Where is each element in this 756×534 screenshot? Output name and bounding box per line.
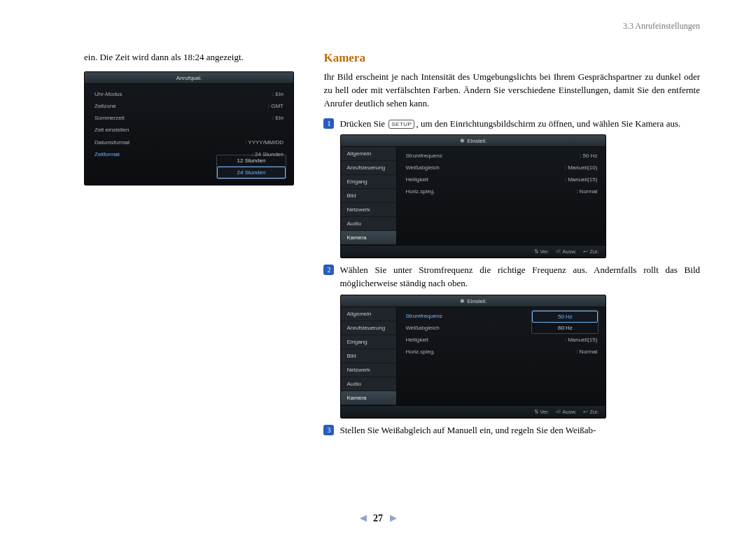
- foot-ver: ⇅Ver.: [534, 248, 550, 255]
- content-row: Horiz.spieg.: Normal: [404, 346, 598, 358]
- sidebar-item: Allgemein: [341, 307, 396, 321]
- sidebar: Allgemein Anrufsteuerung Eingang Bild Ne…: [341, 147, 397, 245]
- step-2: 2 Wählen Sie unter Stromfrequenz die ric…: [323, 264, 700, 290]
- sidebar-item: Audio: [341, 217, 396, 231]
- footer-bar: ⇅Ver. ⏎Ausw. ↩Zur.: [341, 405, 606, 418]
- right-column: Kamera Ihr Bild erscheint je nach Intens…: [323, 51, 700, 440]
- foot-ver: ⇅Ver.: [534, 409, 550, 415]
- section-title-kamera: Kamera: [323, 51, 700, 65]
- kamera-intro: Ihr Bild erscheint je nach Intensität de…: [323, 71, 700, 111]
- screenshot1-title: Anrufqual.: [85, 72, 293, 84]
- option-60hz: 60 Hz: [532, 323, 598, 333]
- sidebar-item: Anrufsteuerung: [341, 321, 396, 335]
- sidebar-item: Bild: [341, 349, 396, 363]
- content-row: Stromfrequenz: 50 Hz: [404, 150, 598, 162]
- back-icon: ↩: [583, 409, 588, 415]
- content-pane: Stromfrequenz: 50 Hz Weißabgleich: Manue…: [397, 147, 606, 245]
- setting-row: Uhr-Modus: Ein: [92, 88, 286, 100]
- step-1: 1 Drücken Sie SETUP, um den Einrichtungs…: [323, 118, 700, 131]
- sidebar-item: Bild: [341, 189, 396, 203]
- page-number: 27: [373, 513, 383, 524]
- setting-row: Datumsformat: YYYY/MM/DD: [92, 136, 286, 148]
- foot-ausw: ⏎Ausw.: [556, 409, 576, 415]
- screenshot-timeformat: Anrufqual. Uhr-Modus: Ein Zeitzone: GMT …: [84, 71, 294, 185]
- sidebar-item: Audio: [341, 377, 396, 391]
- updown-icon: ⇅: [534, 248, 539, 255]
- sidebar-item: Eingang: [341, 335, 396, 349]
- sidebar: Allgemein Anrufsteuerung Eingang Bild Ne…: [341, 307, 397, 405]
- setting-row: Sommerzeit: Ein: [92, 112, 286, 124]
- left-column: ein. Die Zeit wird dann als 18:24 angeze…: [84, 51, 295, 440]
- enter-icon: ⏎: [556, 409, 561, 415]
- step1-text: Drücken Sie SETUP, um den Einrichtungsbi…: [340, 118, 680, 131]
- next-page-arrow[interactable]: ▶: [386, 512, 401, 523]
- back-icon: ↩: [583, 248, 588, 255]
- screenshot-kamera-settings: ✺Einstell. Allgemein Anrufsteuerung Eing…: [340, 134, 606, 258]
- content-row: Weißabgleich: Manuell(10): [404, 162, 598, 174]
- content-pane: Stromfrequenz Weißabgleich Helligkeit: M…: [397, 307, 606, 405]
- step3-text: Stellen Sie Weißabgleich auf Manuell ein…: [340, 424, 596, 437]
- option-24h: 24 Stunden: [217, 167, 286, 178]
- sidebar-item-kamera: Kamera: [341, 391, 396, 405]
- setting-row: Zeit einstellen: [92, 124, 286, 136]
- sidebar-item: Anrufsteuerung: [341, 161, 396, 175]
- dropdown-options: 50 Hz 60 Hz: [531, 310, 598, 334]
- dropdown-options: 12 Stunden 24 Stunden: [216, 155, 286, 179]
- prev-page-arrow[interactable]: ◀: [356, 512, 371, 523]
- content-row: Helligkeit: Manuell(15): [404, 174, 598, 185]
- step2-text: Wählen Sie unter Stromfrequenz die richt…: [340, 264, 700, 290]
- content-row: Horiz.spieg.: Normal: [404, 185, 598, 197]
- screenshot-stromfrequenz: ✺Einstell. Allgemein Anrufsteuerung Eing…: [340, 295, 606, 419]
- setting-row: Zeitzone: GMT: [92, 100, 286, 112]
- updown-icon: ⇅: [534, 409, 539, 415]
- step-badge-3: 3: [323, 425, 334, 435]
- left-intro-text: ein. Die Zeit wird dann als 18:24 angeze…: [84, 51, 295, 64]
- foot-zur: ↩Zur.: [583, 409, 598, 415]
- step-3: 3 Stellen Sie Weißabgleich auf Manuell e…: [323, 424, 700, 437]
- sidebar-item-kamera: Kamera: [341, 231, 396, 245]
- enter-icon: ⏎: [556, 248, 561, 255]
- step-badge-1: 1: [323, 118, 334, 129]
- step-badge-2: 2: [323, 265, 334, 275]
- sidebar-item: Netzwerk: [341, 363, 396, 377]
- sidebar-item: Eingang: [341, 175, 396, 189]
- setup-key-icon: SETUP: [388, 120, 414, 129]
- sidebar-item: Allgemein: [341, 147, 396, 161]
- screenshot3-title: ✺Einstell.: [341, 295, 606, 307]
- option-50hz: 50 Hz: [532, 311, 598, 323]
- page-navigation: ◀ 27 ▶: [0, 512, 756, 524]
- footer-bar: ⇅Ver. ⏎Ausw. ↩Zur.: [341, 245, 606, 258]
- foot-ausw: ⏎Ausw.: [556, 248, 576, 255]
- foot-zur: ↩Zur.: [583, 248, 598, 255]
- gear-icon: ✺: [460, 138, 465, 144]
- gear-icon: ✺: [460, 298, 465, 304]
- page-header: 3.3 Anrufeinstellungen: [84, 21, 700, 31]
- sidebar-item: Netzwerk: [341, 203, 396, 217]
- content-row: Helligkeit: Manuell(15): [404, 334, 598, 346]
- screenshot2-title: ✺Einstell.: [341, 135, 606, 147]
